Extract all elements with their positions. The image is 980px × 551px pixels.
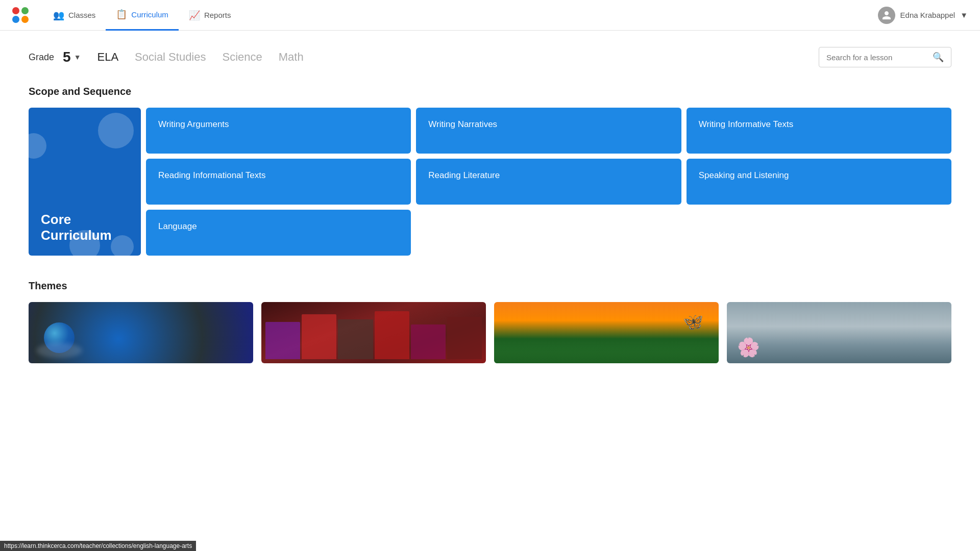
theme-card-4[interactable]: 🌸 xyxy=(727,302,951,363)
deco-circle-1 xyxy=(98,113,134,148)
logo-dot-orange xyxy=(21,16,29,23)
scope-title: Scope and Sequence xyxy=(29,86,951,97)
user-chevron: ▼ xyxy=(960,11,968,19)
writing-informative-card[interactable]: Writing Informative Texts xyxy=(687,108,951,154)
search-icon[interactable]: 🔍 xyxy=(933,52,944,63)
deco-circle-2 xyxy=(29,133,46,159)
grade-selector[interactable]: Grade 5 ▼ xyxy=(29,49,81,65)
writing-narratives-label: Writing Narratives xyxy=(428,119,497,131)
nav-curriculum-label: Curriculum xyxy=(131,10,168,19)
user-name: Edna Krabappel xyxy=(900,11,955,19)
themes-row: 🦋 🌸 xyxy=(29,302,951,363)
nav-classes[interactable]: 👥 Classes xyxy=(43,0,106,31)
core-curriculum-card[interactable]: CoreCurriculum xyxy=(29,108,141,256)
search-input[interactable] xyxy=(826,53,928,62)
theme-card-2[interactable] xyxy=(261,302,486,363)
theme-card-3[interactable]: 🦋 xyxy=(494,302,719,363)
nav-reports[interactable]: 📈 Reports xyxy=(179,0,241,31)
scope-grid: CoreCurriculum Writing Arguments Writing… xyxy=(29,108,951,256)
tab-science[interactable]: Science xyxy=(214,48,271,66)
tab-math[interactable]: Math xyxy=(271,48,312,66)
reading-literature-label: Reading Literature xyxy=(428,170,500,182)
tab-social-studies[interactable]: Social Studies xyxy=(127,48,214,66)
search-box[interactable]: 🔍 xyxy=(819,47,951,67)
speaking-listening-label: Speaking and Listening xyxy=(699,170,789,182)
grade-value: 5 xyxy=(63,49,71,65)
language-card[interactable]: Language xyxy=(146,210,411,256)
avatar xyxy=(878,7,895,24)
writing-arguments-card[interactable]: Writing Arguments xyxy=(146,108,411,154)
navigation: 👥 Classes 📋 Curriculum 📈 Reports Edna Kr… xyxy=(0,0,980,31)
language-label: Language xyxy=(158,221,197,233)
theme-image-3: 🦋 xyxy=(494,302,719,363)
nav-reports-label: Reports xyxy=(204,11,231,19)
reading-informational-label: Reading Informational Texts xyxy=(158,170,265,182)
writing-narratives-card[interactable]: Writing Narratives xyxy=(416,108,681,154)
nav-items: 👥 Classes 📋 Curriculum 📈 Reports xyxy=(43,0,241,31)
classes-icon: 👥 xyxy=(53,10,64,21)
writing-arguments-label: Writing Arguments xyxy=(158,119,229,131)
speaking-listening-card[interactable]: Speaking and Listening xyxy=(687,159,951,205)
nav-curriculum[interactable]: 📋 Curriculum xyxy=(106,0,179,31)
logo-dot-blue xyxy=(12,16,19,23)
reading-informational-card[interactable]: Reading Informational Texts xyxy=(146,159,411,205)
deco-circle-4 xyxy=(111,235,134,256)
themes-title: Themes xyxy=(29,280,951,292)
main-content: Grade 5 ▼ ELA Social Studies Science Mat… xyxy=(0,31,980,380)
subject-tabs: ELA Social Studies Science Math xyxy=(97,48,311,66)
tab-ela[interactable]: ELA xyxy=(97,48,127,66)
theme-image-1 xyxy=(29,302,253,363)
app-logo xyxy=(12,7,29,23)
grade-label: Grade xyxy=(29,52,54,63)
reports-icon: 📈 xyxy=(189,10,200,21)
reading-literature-card[interactable]: Reading Literature xyxy=(416,159,681,205)
theme-card-1[interactable] xyxy=(29,302,253,363)
subject-row: Grade 5 ▼ ELA Social Studies Science Mat… xyxy=(29,47,951,67)
logo-dot-red xyxy=(12,7,19,14)
theme-image-2 xyxy=(261,302,486,363)
curriculum-icon: 📋 xyxy=(116,9,127,20)
writing-informative-label: Writing Informative Texts xyxy=(699,119,794,131)
grade-chevron: ▼ xyxy=(74,53,81,61)
nav-classes-label: Classes xyxy=(68,11,95,19)
user-menu[interactable]: Edna Krabappel ▼ xyxy=(878,7,968,24)
theme-image-4: 🌸 xyxy=(727,302,951,363)
logo-dot-green xyxy=(21,7,29,14)
